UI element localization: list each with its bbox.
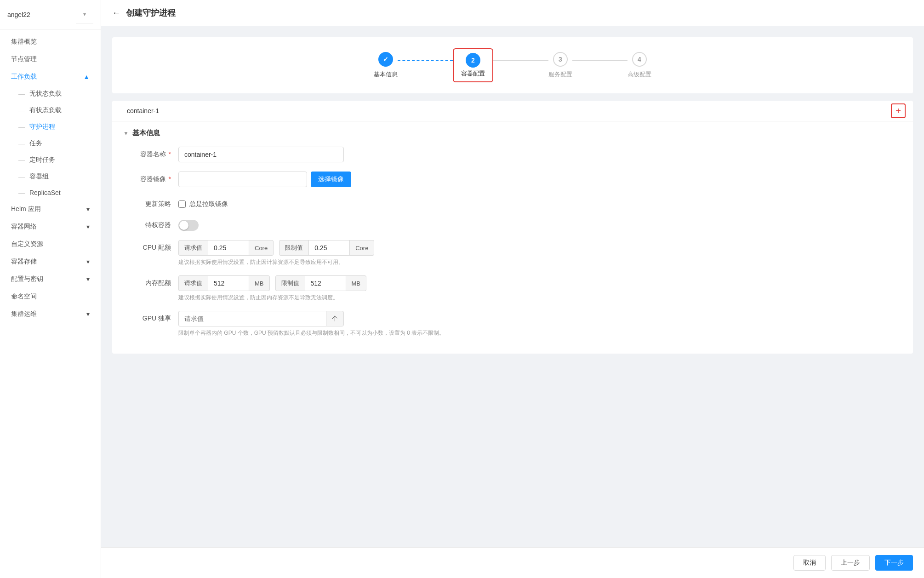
gpu-hint: 限制单个容器内的 GPU 个数，GPU 预留数默认且必须与限制数相同，不可以为小… — [178, 329, 902, 337]
sidebar-item-container-group[interactable]: — 容器组 — [0, 168, 101, 185]
cpu-limit-input[interactable] — [308, 240, 350, 256]
gpu-request-input[interactable] — [178, 311, 326, 326]
sidebar-item-label: 命名空间 — [11, 292, 37, 301]
sidebar-item-label: 有状态负载 — [29, 106, 62, 114]
container-image-label: 容器镜像 * — [123, 172, 178, 183]
required-mark: * — [169, 175, 171, 183]
container-name-input[interactable] — [178, 147, 344, 162]
sidebar-item-stateful[interactable]: — 有状态负载 — [0, 102, 101, 119]
sidebar-item-container-storage[interactable]: 容器存储 ▾ — [0, 253, 101, 270]
sidebar-item-cluster-overview[interactable]: 集群概览 — [0, 33, 101, 51]
prev-button[interactable]: 上一步 — [831, 555, 870, 571]
sidebar-workload-label: 工作负载 — [11, 73, 37, 81]
memory-quota-label: 内存配额 — [123, 275, 178, 287]
sidebar-item-helm[interactable]: Helm 应用 ▾ — [0, 200, 101, 218]
step-4: 4 高级配置 — [627, 52, 651, 79]
memory-quota-control: 请求值 MB 限制值 MB 建议根据实际使用情况设置，防止因内存资源不足导致无法… — [178, 275, 902, 302]
cpu-quota-label: CPU 配额 — [123, 240, 178, 252]
collapse-icon[interactable]: ▼ — [123, 130, 129, 137]
section-header: ▼ 基本信息 — [123, 129, 902, 137]
update-policy-row: 更新策略 总是拉取镜像 — [123, 196, 902, 208]
sidebar-item-stateless[interactable]: — 无状态负载 — [0, 86, 101, 102]
memory-resource-row: 请求值 MB 限制值 MB — [178, 275, 902, 291]
sidebar-item-label: 自定义资源 — [11, 240, 43, 248]
sidebar-item-node-management[interactable]: 节点管理 — [0, 51, 101, 68]
memory-quota-row: 内存配额 请求值 MB 限制值 MB 建议根据实际使用情况设置，防止因内存资源 — [123, 275, 902, 302]
dash-icon: — — [18, 173, 25, 180]
checkbox-row: 总是拉取镜像 — [178, 196, 902, 208]
dash-icon: — — [18, 189, 25, 196]
main-content: ✓ 基本信息 2 容器配置 3 服务配置 — [101, 26, 924, 547]
steps-container: ✓ 基本信息 2 容器配置 3 服务配置 — [112, 37, 913, 93]
sidebar-item-namespace[interactable]: 命名空间 — [0, 288, 101, 305]
sidebar-storage-label: 容器存储 — [11, 258, 37, 266]
privileged-toggle[interactable] — [178, 220, 199, 231]
sidebar-item-cluster-ops[interactable]: 集群运维 ▾ — [0, 305, 101, 323]
helm-expand-icon: ▾ — [86, 206, 90, 213]
sidebar-item-label: 定时任务 — [29, 156, 55, 164]
cpu-request-input[interactable] — [208, 240, 249, 256]
sidebar-item-label: 任务 — [29, 139, 42, 148]
cpu-quota-hint: 建议根据实际使用情况设置，防止因计算资源不足导致应用不可用。 — [178, 258, 902, 266]
sidebar-cluster-ops-label: 集群运维 — [11, 310, 37, 318]
sidebar-item-workload[interactable]: 工作负载 ▲ — [0, 68, 101, 86]
page-footer: 取消 上一步 下一步 — [101, 547, 924, 578]
image-row: 选择镜像 — [178, 172, 902, 187]
select-image-button[interactable]: 选择镜像 — [311, 172, 351, 187]
memory-request-label: 请求值 — [178, 275, 208, 291]
config-expand-icon: ▾ — [86, 275, 90, 283]
step-1-label: 基本信息 — [374, 70, 398, 79]
container-tab: container-1 + — [112, 101, 913, 121]
cancel-button[interactable]: 取消 — [793, 555, 826, 571]
sidebar-config-label: 配置与密钥 — [11, 275, 43, 283]
step-4-label: 高级配置 — [627, 70, 651, 79]
container-name-control — [178, 147, 902, 162]
dash-icon: — — [18, 107, 25, 114]
step-1-circle: ✓ — [378, 52, 393, 67]
cluster-ops-expand-icon: ▾ — [86, 310, 90, 318]
dash-icon: — — [18, 90, 25, 97]
cpu-limit-label: 限制值 — [279, 240, 308, 256]
sidebar-item-label: 节点管理 — [11, 55, 37, 63]
sidebar-item-label: 容器组 — [29, 172, 49, 181]
cluster-name: angel22 — [7, 11, 30, 18]
sidebar-item-custom-resource[interactable]: 自定义资源 — [0, 235, 101, 253]
sidebar-item-task[interactable]: — 任务 — [0, 135, 101, 152]
container-image-input[interactable] — [178, 172, 307, 187]
cpu-quota-row: CPU 配额 请求值 Core 限制值 Core 建议根据实际使用情况设置，防 — [123, 240, 902, 266]
dash-icon: — — [18, 140, 25, 147]
steps: ✓ 基本信息 2 容器配置 3 服务配置 — [374, 48, 651, 82]
always-pull-label: 总是拉取镜像 — [189, 200, 228, 208]
required-mark: * — [169, 150, 171, 158]
container-image-row: 容器镜像 * 选择镜像 — [123, 172, 902, 187]
page-header: ← 创建守护进程 — [101, 0, 924, 26]
sidebar-item-daemon[interactable]: — 守护进程 — [0, 119, 101, 135]
memory-limit-input[interactable] — [305, 275, 346, 291]
sidebar-item-label: ReplicaSet — [29, 189, 61, 196]
sidebar-item-replicaset[interactable]: — ReplicaSet — [0, 185, 101, 200]
sidebar-item-label: 守护进程 — [29, 123, 55, 131]
add-container-button[interactable]: + — [891, 103, 906, 118]
step-line-3-4 — [572, 60, 627, 61]
step-1: ✓ 基本信息 — [374, 52, 398, 79]
privileged-row: 特权容器 — [123, 217, 902, 231]
sidebar-item-label: 集群概览 — [11, 38, 37, 46]
next-button[interactable]: 下一步 — [875, 555, 913, 571]
toggle-knob — [179, 221, 188, 230]
gpu-exclusive-row: GPU 独享 个 限制单个容器内的 GPU 个数，GPU 预留数默认且必须与限制… — [123, 311, 902, 337]
cpu-request-label: 请求值 — [178, 240, 208, 256]
sidebar-item-container-network[interactable]: 容器网络 ▾ — [0, 218, 101, 235]
gpu-input-row: 个 — [178, 311, 344, 326]
memory-limit-unit: MB — [346, 275, 367, 291]
memory-quota-hint: 建议根据实际使用情况设置，防止因内存资源不足导致无法调度。 — [178, 294, 902, 302]
sidebar-item-cron-task[interactable]: — 定时任务 — [0, 152, 101, 168]
cpu-limit-unit: Core — [350, 240, 374, 256]
network-expand-icon: ▾ — [86, 223, 90, 230]
memory-request-input[interactable] — [208, 275, 249, 291]
cluster-selector[interactable]: angel22 ▾ — [0, 0, 101, 29]
basic-info-section: ▼ 基本信息 容器名称 * 容器镜像 — [112, 121, 913, 354]
storage-expand-icon: ▾ — [86, 258, 90, 265]
always-pull-checkbox[interactable] — [178, 200, 186, 208]
back-button[interactable]: ← — [112, 8, 120, 18]
sidebar-item-config-secret[interactable]: 配置与密钥 ▾ — [0, 270, 101, 288]
